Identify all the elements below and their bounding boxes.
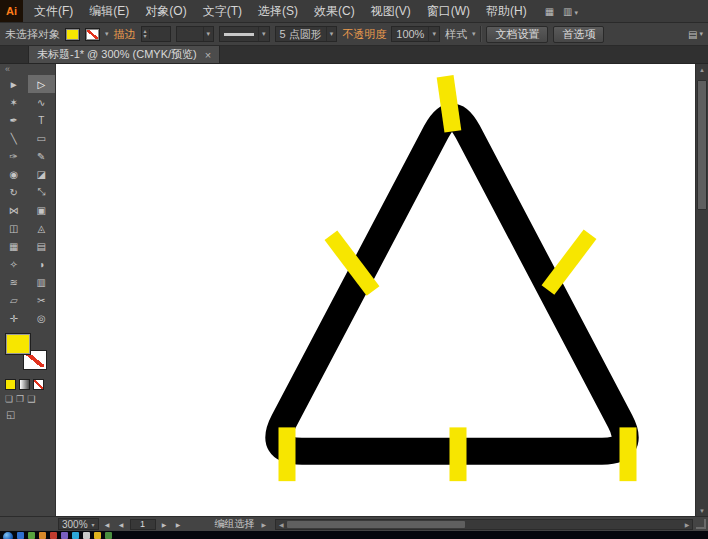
stroke-color-swatch[interactable] — [85, 28, 100, 41]
artboard-tool[interactable]: ▱ — [0, 291, 28, 309]
vertical-scrollbar[interactable]: ▲ ▼ — [695, 64, 708, 516]
eyedropper-tool[interactable]: ✧ — [0, 255, 28, 273]
none-button[interactable] — [33, 379, 44, 390]
mesh-tool[interactable]: ▦ — [0, 237, 28, 255]
symbol-sprayer-tool[interactable]: ≋ — [0, 273, 28, 291]
scroll-right-icon[interactable]: ▶ — [682, 521, 692, 528]
menu-item-window[interactable]: 窗口(W) — [419, 0, 478, 22]
taskbar-app-icon[interactable] — [83, 532, 90, 539]
perspective-grid-tool[interactable]: ◬ — [28, 219, 56, 237]
menu-item-help[interactable]: 帮助(H) — [478, 0, 535, 22]
stroke-label[interactable]: 描边 — [114, 27, 136, 42]
taskbar-app-icon[interactable] — [17, 532, 24, 539]
type-tool[interactable]: T — [28, 111, 56, 129]
taskbar-app-icon[interactable] — [94, 532, 101, 539]
variable-width-profile-dropdown[interactable]: ▾ — [219, 26, 270, 42]
opacity-label[interactable]: 不透明度 — [342, 27, 386, 42]
control-panel-menu[interactable]: ▤ ▾ — [688, 29, 703, 40]
zoom-tool[interactable]: ◎ — [28, 309, 56, 327]
workspace-switcher[interactable]: ▥▾ — [563, 6, 578, 17]
draw-normal-icon[interactable]: ❏ — [5, 394, 13, 404]
taskbar-app-icon[interactable] — [50, 532, 57, 539]
artboard-canvas[interactable] — [56, 64, 695, 516]
blob-brush-tool[interactable]: ◉ — [0, 165, 28, 183]
menu-item-file[interactable]: 文件(F) — [26, 0, 81, 22]
menu-item-object[interactable]: 对象(O) — [137, 0, 194, 22]
previous-artboard-button[interactable]: ◀ — [116, 519, 127, 530]
screen-mode-icon[interactable]: ◱ — [6, 409, 15, 420]
taskbar-app-icon[interactable] — [39, 532, 46, 539]
chevron-down-icon[interactable]: ▾ — [105, 30, 109, 38]
scale-tool[interactable]: ⤡ — [28, 183, 56, 201]
yellow-dash-mark[interactable] — [279, 427, 296, 481]
fill-swatch[interactable] — [5, 333, 31, 355]
chevron-down-icon[interactable]: ▾ — [203, 27, 214, 41]
yellow-dash-mark[interactable] — [620, 427, 637, 481]
magic-wand-tool[interactable]: ✶ — [0, 93, 28, 111]
slice-tool[interactable]: ✂ — [28, 291, 56, 309]
paintbrush-tool[interactable]: ✑ — [0, 147, 28, 165]
tools-panel-header[interactable]: « — [0, 64, 55, 75]
selection-tool[interactable]: ► — [0, 75, 28, 93]
gradient-tool[interactable]: ▤ — [28, 237, 56, 255]
taskbar-app-icon[interactable] — [28, 532, 35, 539]
last-artboard-button[interactable]: ▶ — [173, 519, 184, 530]
stepper-arrows-icon[interactable]: ▴ ▾ — [142, 29, 150, 39]
menu-item-select[interactable]: 选择(S) — [250, 0, 306, 22]
blend-tool[interactable]: ◑ — [28, 255, 56, 273]
scroll-left-icon[interactable]: ◀ — [276, 521, 286, 528]
color-button[interactable] — [5, 379, 16, 390]
menu-item-type[interactable]: 文字(T) — [195, 0, 250, 22]
stepper-down-icon[interactable]: ▾ — [144, 34, 147, 39]
hand-tool[interactable]: ✛ — [0, 309, 28, 327]
draw-behind-icon[interactable]: ❐ — [16, 394, 24, 404]
line-segment-tool[interactable]: ╲ — [0, 129, 28, 147]
eraser-tool[interactable]: ◪ — [28, 165, 56, 183]
style-label[interactable]: 样式 — [445, 27, 467, 42]
rotate-tool[interactable]: ↻ — [0, 183, 28, 201]
column-graph-tool[interactable]: ▥ — [28, 273, 56, 291]
yellow-dash-mark[interactable] — [450, 427, 467, 481]
chevron-down-icon[interactable]: ▾ — [472, 30, 476, 38]
stroke-weight-value[interactable] — [150, 27, 170, 41]
menu-item-effect[interactable]: 效果(C) — [306, 0, 363, 22]
opacity-dropdown[interactable]: 100% ▾ — [391, 26, 440, 42]
taskbar-app-icon[interactable] — [105, 532, 112, 539]
pencil-tool[interactable]: ✎ — [28, 147, 56, 165]
rectangle-tool[interactable]: ▭ — [28, 129, 56, 147]
close-tab-icon[interactable]: × — [205, 49, 211, 61]
free-transform-tool[interactable]: ▣ — [28, 201, 56, 219]
document-setup-button[interactable]: 文档设置 — [486, 26, 548, 43]
lasso-tool[interactable]: ∿ — [28, 93, 56, 111]
collapse-panel-icon[interactable]: « — [5, 65, 10, 74]
zoom-dropdown[interactable]: 300% ▾ — [58, 518, 99, 530]
arrange-documents-icon[interactable]: ▦ — [545, 6, 554, 17]
status-flyout-icon[interactable]: ▶ — [262, 521, 267, 528]
menu-item-edit[interactable]: 编辑(E) — [81, 0, 137, 22]
stroke-weight-dropdown[interactable]: ▾ — [176, 26, 215, 42]
vertical-scroll-thumb[interactable] — [697, 80, 707, 210]
taskbar-app-icon[interactable] — [61, 532, 68, 539]
horizontal-scroll-track[interactable] — [286, 520, 682, 529]
next-artboard-button[interactable]: ▶ — [159, 519, 170, 530]
width-tool[interactable]: ⋈ — [0, 201, 28, 219]
scroll-down-icon[interactable]: ▼ — [696, 505, 708, 516]
taskbar-app-icon[interactable] — [72, 532, 79, 539]
chevron-down-icon[interactable]: ▾ — [428, 27, 439, 41]
draw-inside-icon[interactable]: ❑ — [27, 394, 35, 404]
chevron-down-icon[interactable]: ▾ — [258, 27, 269, 41]
preferences-button[interactable]: 首选项 — [553, 26, 604, 43]
first-artboard-button[interactable]: ◀ — [102, 519, 113, 530]
document-tab[interactable]: 未标题-1* @ 300% (CMYK/预览) × — [28, 46, 220, 63]
horizontal-scroll-thumb[interactable] — [287, 521, 465, 528]
scroll-up-icon[interactable]: ▲ — [696, 64, 708, 75]
brush-definition-dropdown[interactable]: 5 点圆形 ▾ — [275, 26, 338, 42]
gradient-button[interactable] — [19, 379, 30, 390]
triangle-path[interactable] — [279, 117, 625, 451]
pen-tool[interactable]: ✒ — [0, 111, 28, 129]
stroke-weight-stepper[interactable]: ▴ ▾ — [141, 26, 171, 42]
direct-selection-tool[interactable]: ▷ — [28, 75, 56, 93]
vertical-scroll-track[interactable] — [696, 75, 708, 505]
menu-item-view[interactable]: 视图(V) — [363, 0, 419, 22]
chevron-down-icon[interactable]: ▾ — [326, 27, 337, 41]
